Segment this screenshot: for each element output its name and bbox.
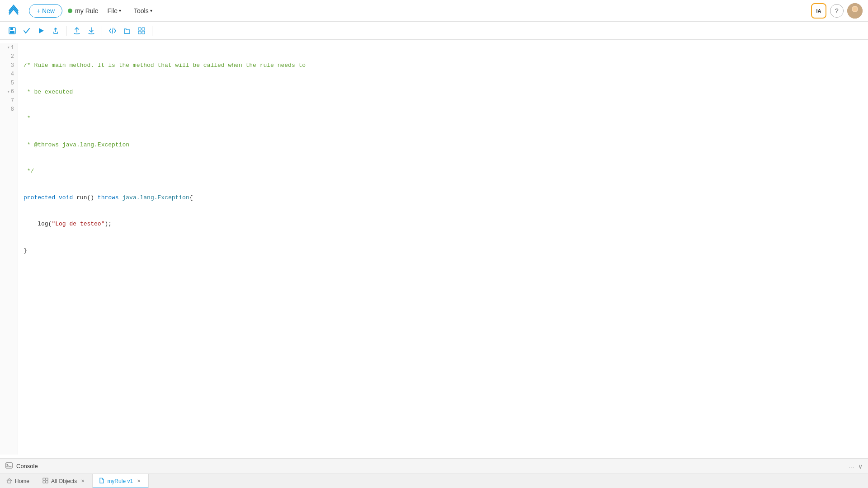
code-content[interactable]: /* Rule main method. It is the method th… <box>18 43 306 455</box>
svg-rect-12 <box>142 31 145 34</box>
svg-rect-18 <box>43 481 45 483</box>
tab-all-objects[interactable]: All Objects ✕ <box>36 474 93 488</box>
console-more[interactable]: ... <box>849 463 854 469</box>
tab-myrule-label: myRule v1 <box>107 478 133 484</box>
svg-rect-9 <box>138 28 141 30</box>
tab-all-objects-label: All Objects <box>51 478 77 484</box>
svg-line-8 <box>112 28 113 33</box>
run-button[interactable] <box>34 24 48 38</box>
console-label: Console <box>16 463 38 469</box>
svg-rect-17 <box>46 478 48 480</box>
svg-rect-11 <box>138 31 141 34</box>
user-avatar[interactable] <box>847 3 863 19</box>
svg-rect-10 <box>142 28 145 30</box>
navbar-right: IA ? <box>811 3 863 19</box>
line-numbers: ▾1 2 3 4 5 ▾6 7 8 <box>0 43 18 455</box>
export-button[interactable] <box>49 24 62 38</box>
svg-rect-19 <box>46 481 48 483</box>
import-button[interactable] <box>85 24 98 38</box>
tab-home[interactable]: Home <box>0 474 36 488</box>
editor-container: ▾1 2 3 4 5 ▾6 7 8 /* Rule main method. I… <box>0 40 868 458</box>
svg-rect-5 <box>10 31 14 33</box>
code-line-4: * @throws java.lang.Exception <box>24 141 306 150</box>
console-expand-icon[interactable]: ∨ <box>858 463 863 470</box>
save-button[interactable] <box>5 24 19 38</box>
grid-icon <box>42 478 48 485</box>
home-icon <box>6 478 12 485</box>
code-line-7: log("Log de testeo"); <box>24 220 306 229</box>
file-icon <box>99 478 104 485</box>
deploy-button[interactable] <box>70 24 84 38</box>
code-line-8: } <box>24 246 306 255</box>
console-bar[interactable]: Console ... ∨ <box>0 458 868 474</box>
tools-menu[interactable]: Tools ▾ <box>130 5 156 16</box>
chevron-down-icon: ▾ <box>119 8 121 13</box>
svg-marker-6 <box>39 28 44 33</box>
svg-rect-15 <box>8 481 11 483</box>
toolbar-separator-2 <box>102 26 102 36</box>
app-logo[interactable] <box>5 3 22 19</box>
svg-rect-4 <box>10 28 13 30</box>
code-line-6: protected void run() throws java.lang.Ex… <box>24 193 306 202</box>
code-view-button[interactable] <box>106 24 119 38</box>
code-line-5: */ <box>24 167 306 176</box>
multi-export-button[interactable] <box>135 24 148 38</box>
chevron-down-icon: ▾ <box>150 8 152 13</box>
svg-point-2 <box>853 7 857 11</box>
toolbar-separator-3 <box>152 26 152 36</box>
tab-myrule-close[interactable]: ✕ <box>136 478 142 484</box>
toolbar-separator-1 <box>66 26 66 36</box>
svg-rect-13 <box>6 463 12 468</box>
help-icon[interactable]: ? <box>830 4 844 18</box>
code-line-1: /* Rule main method. It is the method th… <box>24 61 306 70</box>
console-icon <box>5 462 13 470</box>
rule-indicator: my Rule <box>68 7 98 14</box>
navbar: + New my Rule File ▾ Tools ▾ IA ? <box>0 0 868 22</box>
check-button[interactable] <box>20 24 33 38</box>
file-menu[interactable]: File ▾ <box>104 5 125 16</box>
new-button[interactable]: + New <box>29 4 62 18</box>
bottom-tabs: Home All Objects ✕ myRule v1 ✕ <box>0 474 868 488</box>
tab-myrule-v1[interactable]: myRule v1 ✕ <box>93 474 149 488</box>
code-editor[interactable]: ▾1 2 3 4 5 ▾6 7 8 /* Rule main method. I… <box>0 40 868 458</box>
code-line-2: * be executed <box>24 88 306 97</box>
tab-home-label: Home <box>15 478 29 484</box>
ia-badge[interactable]: IA <box>811 3 826 19</box>
tab-all-objects-close[interactable]: ✕ <box>80 478 86 484</box>
status-dot <box>68 9 72 13</box>
toolbar <box>0 22 868 40</box>
file-open-button[interactable] <box>120 24 134 38</box>
svg-rect-16 <box>43 478 45 480</box>
rule-name: my Rule <box>75 7 98 14</box>
code-line-3: * <box>24 114 306 123</box>
